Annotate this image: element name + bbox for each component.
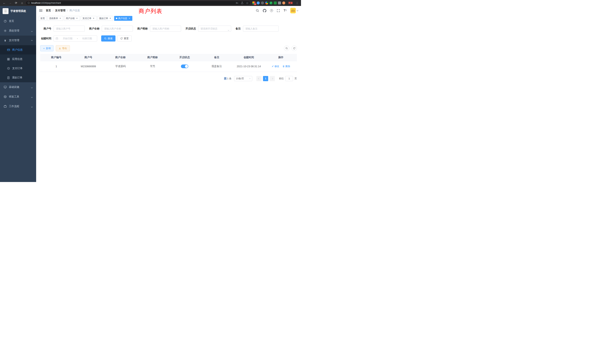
sidebar-item-system[interactable]: 系统管理	[0, 26, 36, 36]
close-icon[interactable]: ×	[59, 17, 62, 20]
toolbar-right-panel	[284, 46, 297, 51]
export-button[interactable]: 导出	[56, 45, 70, 51]
extension-green-square-icon[interactable]	[274, 1, 277, 4]
status-select[interactable]	[198, 26, 231, 32]
create-time-label: 创建时间	[40, 37, 51, 40]
github-icon[interactable]	[263, 9, 266, 12]
date-range-picker[interactable]: 开始日期 - 结束日期	[54, 35, 97, 42]
page-number-button[interactable]: 1	[263, 76, 268, 81]
plus-icon: +	[43, 47, 45, 50]
close-icon[interactable]: ×	[109, 17, 112, 20]
browser-forward-icon[interactable]: →	[8, 0, 13, 5]
fullscreen-icon[interactable]	[277, 9, 280, 12]
sidebar-toggle-icon[interactable]	[39, 10, 43, 12]
sidebar-item-refund-order[interactable]: 退款订单	[0, 73, 36, 82]
user-avatar[interactable]	[290, 8, 298, 13]
page-header: 首页 / 支付管理 / 商户信息 ? TT	[36, 6, 301, 15]
sidebar-item-label: 支付订单	[12, 67, 23, 70]
tab-label: 用户分组	[66, 17, 75, 20]
browser-extensions: 10 ✓	[252, 1, 286, 4]
tab-process-form[interactable]: 流程表单 ×	[47, 16, 63, 21]
extension-colorful-icon[interactable]: 10	[252, 1, 255, 4]
breadcrumb-separator: /	[53, 9, 53, 12]
page-content: 商户号 商户全称 商户简称 开启状态	[36, 21, 301, 182]
font-size-icon[interactable]: TT	[284, 9, 287, 12]
add-button[interactable]: + 新增	[40, 45, 54, 51]
browser-menu-icon[interactable]: ⋮	[295, 1, 299, 4]
delete-button[interactable]: 删除	[282, 65, 290, 68]
full-name-input[interactable]	[102, 26, 133, 32]
toggle-search-icon[interactable]	[284, 46, 289, 51]
sidebar-item-payment[interactable]: ¥ 支付管理	[0, 36, 36, 45]
page-size-select[interactable]: 10条/页	[234, 76, 252, 81]
browser-update-button[interactable]: 更新	[287, 1, 294, 5]
breadcrumb-home[interactable]: 首页	[46, 9, 51, 12]
prev-page-button[interactable]	[256, 76, 261, 81]
extension-green-check-icon[interactable]: ✓	[269, 1, 272, 4]
sidebar-item-label: 退款订单	[12, 76, 22, 79]
extension-meet-icon[interactable]	[265, 1, 268, 4]
remark-input[interactable]	[243, 26, 279, 32]
status-label: 开启状态	[185, 27, 196, 30]
monitor-icon	[4, 86, 7, 89]
app-shell: 芋道管理系统 首页 系统管理 ¥ 支付管理 商户信息	[0, 6, 301, 182]
url-path: :1024/pay/merchant	[40, 2, 61, 4]
merchant-no-input[interactable]	[54, 26, 85, 32]
refresh-table-icon[interactable]	[291, 46, 297, 51]
close-icon[interactable]: ×	[76, 17, 78, 20]
breadcrumb-payment[interactable]: 支付管理	[55, 9, 65, 12]
tab-refund-order[interactable]: 退款订单 ×	[97, 16, 113, 21]
site-info-icon[interactable]: ⓘ	[28, 1, 30, 5]
tab-home[interactable]: 首页	[39, 16, 46, 21]
short-name-input[interactable]	[150, 26, 181, 32]
tab-pay-order[interactable]: 支付订单 ×	[81, 16, 97, 21]
goto-page-input[interactable]	[285, 76, 293, 81]
breadcrumb-separator: /	[67, 9, 68, 12]
sidebar-item-merchant-info[interactable]: 商户信息	[0, 45, 36, 54]
sidebar-item-home[interactable]: 首页	[0, 16, 36, 26]
dashboard-icon	[4, 20, 7, 23]
search-icon[interactable]	[256, 9, 259, 12]
tab-user-group[interactable]: 用户分组 ×	[64, 16, 80, 21]
search-form-row-2: 创建时间 开始日期 - 结束日期 搜索 重置	[40, 35, 297, 42]
box-icon	[4, 95, 7, 98]
sidebar-logo[interactable]: 芋道管理系统	[0, 6, 36, 16]
help-icon[interactable]: ?	[270, 9, 273, 12]
edit-label: 修改	[274, 65, 279, 68]
column-header-id: 商户编号	[40, 54, 72, 61]
sidebar-item-dev-tools[interactable]: 研发工具	[0, 92, 36, 102]
browser-back-icon[interactable]: ←	[2, 0, 7, 5]
browser-address-bar[interactable]: ⓘ localhost:1024/pay/merchant ☆	[26, 1, 251, 5]
tab-merchant-info[interactable]: 商户信息 ×	[114, 16, 132, 21]
browser-chrome: ← → ⟳ ⌂ ⓘ localhost:1024/pay/merchant ☆ …	[0, 0, 301, 6]
close-icon[interactable]: ×	[92, 17, 95, 20]
status-select-input[interactable]	[198, 26, 231, 32]
edit-button[interactable]: 修改	[271, 65, 279, 68]
password-key-icon[interactable]	[236, 2, 238, 4]
payment-submenu: 商户信息 应用信息 支付订单 退款订单	[0, 45, 36, 82]
extensions-puzzle-icon[interactable]	[278, 1, 281, 4]
next-page-button[interactable]	[270, 76, 275, 81]
sidebar-item-label: 研发工具	[9, 95, 19, 98]
table-row: 1 M233666999 芋道源码 芋艿 我是备注 2021-10-23 08:…	[40, 61, 297, 72]
total-prefix: 共	[224, 77, 226, 80]
bookmark-star-icon[interactable]: ☆	[246, 1, 248, 5]
close-icon[interactable]: ×	[128, 17, 131, 20]
extension-drop-icon[interactable]	[257, 1, 260, 4]
browser-home-icon[interactable]: ⌂	[20, 0, 24, 5]
reset-button[interactable]: 重置	[117, 35, 132, 42]
sidebar-item-app-info[interactable]: 应用信息	[0, 54, 36, 64]
sidebar-item-label: 系统管理	[9, 29, 19, 32]
browser-refresh-icon[interactable]: ⟳	[14, 0, 19, 5]
search-button[interactable]: 搜索	[101, 35, 116, 42]
extension-dark-icon[interactable]	[261, 1, 264, 4]
browser-profile-avatar[interactable]	[282, 1, 285, 4]
gear-icon	[4, 29, 7, 32]
share-icon[interactable]	[241, 2, 243, 4]
chevron-down-icon	[31, 86, 32, 89]
sidebar-item-infrastructure[interactable]: 基础设施	[0, 82, 36, 92]
sidebar-item-pay-order[interactable]: 支付订单	[0, 64, 36, 73]
status-toggle[interactable]	[181, 64, 188, 68]
breadcrumb: 首页 / 支付管理 / 商户信息	[46, 9, 80, 12]
sidebar-item-workflow[interactable]: 工作流程	[0, 102, 36, 111]
